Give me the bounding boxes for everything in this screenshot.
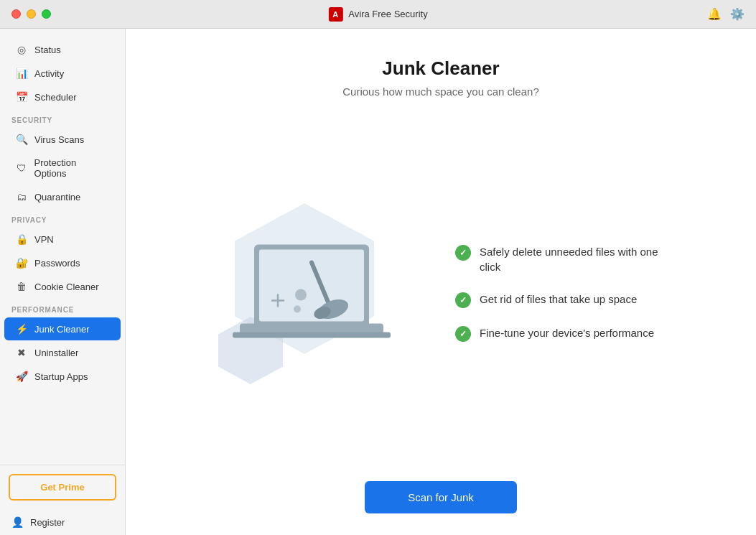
vpn-icon: 🔒 (16, 233, 27, 245)
security-section-label: SECURITY (0, 109, 125, 127)
sidebar-item-status-label: Status (34, 45, 61, 55)
startup-apps-icon: 🚀 (16, 371, 27, 382)
sidebar-item-activity[interactable]: 📊 Activity (4, 62, 121, 85)
protection-options-icon: 🛡 (16, 162, 27, 174)
sidebar-item-passwords[interactable]: 🔐 Passwords (4, 251, 121, 274)
register-icon: 👤 (11, 516, 23, 528)
sidebar-item-vpn-label: VPN (34, 234, 54, 245)
sidebar-item-uninstaller[interactable]: ✖ Uninstaller (4, 341, 121, 364)
scan-button-container: Scan for Junk (154, 481, 727, 513)
app-title: Avira Free Security (348, 9, 427, 19)
main-content: Junk Cleaner Curious how much space you … (126, 29, 756, 535)
sidebar-item-cookie-cleaner[interactable]: 🗑 Cookie Cleaner (4, 275, 121, 298)
illustration (211, 192, 412, 394)
sidebar-item-startup-apps-label: Startup Apps (34, 371, 88, 382)
register-label: Register (30, 517, 65, 528)
performance-section-label: PERFORMANCE (0, 299, 125, 317)
uninstaller-icon: ✖ (16, 347, 27, 358)
titlebar-center: A Avira Free Security (328, 7, 427, 22)
maximize-button[interactable] (42, 9, 51, 19)
sidebar-item-uninstaller-label: Uninstaller (34, 348, 78, 358)
sidebar-top: ◎ Status 📊 Activity 📅 Scheduler SECURITY… (0, 29, 125, 394)
sidebar-item-protection-options[interactable]: 🛡 Protection Options (4, 152, 121, 185)
svg-point-10 (294, 306, 301, 313)
sidebar-item-scheduler[interactable]: 📅 Scheduler (4, 85, 121, 108)
page-title: Junk Cleaner (382, 57, 499, 80)
feature-item-1: Safely delete unneeded files with one cl… (455, 244, 671, 274)
app-body: ◎ Status 📊 Activity 📅 Scheduler SECURITY… (0, 29, 756, 535)
titlebar-actions: 🔔 ⚙️ (707, 7, 745, 21)
sidebar-item-status[interactable]: ◎ Status (4, 38, 121, 61)
feature-check-2 (455, 292, 471, 308)
features-list: Safely delete unneeded files with one cl… (455, 244, 671, 342)
feature-check-1 (455, 245, 471, 261)
scheduler-icon: 📅 (16, 91, 27, 103)
feature-item-3: Fine-tune your device's performance (455, 325, 671, 342)
feature-text-2: Get rid of files that take up space (480, 292, 637, 307)
sidebar-item-vpn[interactable]: 🔒 VPN (4, 228, 121, 251)
window-controls (11, 9, 51, 19)
feature-check-3 (455, 326, 471, 342)
feature-text-1: Safely delete unneeded files with one cl… (480, 244, 671, 274)
sidebar-item-junk-cleaner[interactable]: ⚡ Junk Cleaner (4, 317, 121, 340)
sidebar-item-activity-label: Activity (34, 68, 64, 79)
content-area: Safely delete unneeded files with one cl… (172, 126, 710, 460)
junk-cleaner-icon: ⚡ (16, 323, 27, 335)
quarantine-icon: 🗂 (16, 191, 27, 203)
sidebar-item-quarantine-label: Quarantine (34, 192, 80, 203)
titlebar: A Avira Free Security 🔔 ⚙️ (0, 0, 756, 29)
virus-scans-icon: 🔍 (16, 134, 27, 145)
cookie-cleaner-icon: 🗑 (16, 281, 27, 292)
sidebar: ◎ Status 📊 Activity 📅 Scheduler SECURITY… (0, 29, 126, 535)
notifications-icon[interactable]: 🔔 (707, 7, 722, 21)
settings-icon[interactable]: ⚙️ (730, 7, 745, 21)
svg-point-9 (295, 289, 307, 301)
svg-rect-3 (233, 332, 391, 338)
close-button[interactable] (11, 9, 21, 19)
minimize-button[interactable] (27, 9, 36, 19)
sidebar-item-scheduler-label: Scheduler (34, 92, 77, 103)
laptop-illustration (229, 231, 394, 356)
app-logo: A (328, 7, 342, 22)
sidebar-item-passwords-label: Passwords (34, 258, 80, 269)
get-prime-button[interactable]: Get Prime (9, 474, 116, 501)
sidebar-item-virus-scans[interactable]: 🔍 Virus Scans (4, 128, 121, 151)
activity-icon: 📊 (16, 68, 27, 79)
feature-text-3: Fine-tune your device's performance (480, 325, 654, 340)
passwords-icon: 🔐 (16, 257, 27, 269)
privacy-section-label: PRIVACY (0, 209, 125, 227)
sidebar-item-junk-cleaner-label: Junk Cleaner (34, 324, 90, 335)
sidebar-item-startup-apps[interactable]: 🚀 Startup Apps (4, 365, 121, 388)
sidebar-bottom: Get Prime (0, 465, 125, 509)
feature-item-2: Get rid of files that take up space (455, 292, 671, 308)
sidebar-item-virus-scans-label: Virus Scans (34, 134, 84, 145)
page-subtitle: Curious how much space you can clean? (342, 85, 539, 98)
sidebar-item-register[interactable]: 👤 Register (0, 509, 125, 535)
scan-for-junk-button[interactable]: Scan for Junk (365, 481, 517, 513)
status-icon: ◎ (16, 44, 27, 55)
sidebar-item-protection-options-label: Protection Options (34, 157, 109, 179)
sidebar-item-quarantine[interactable]: 🗂 Quarantine (4, 185, 121, 208)
sidebar-item-cookie-cleaner-label: Cookie Cleaner (34, 282, 99, 292)
